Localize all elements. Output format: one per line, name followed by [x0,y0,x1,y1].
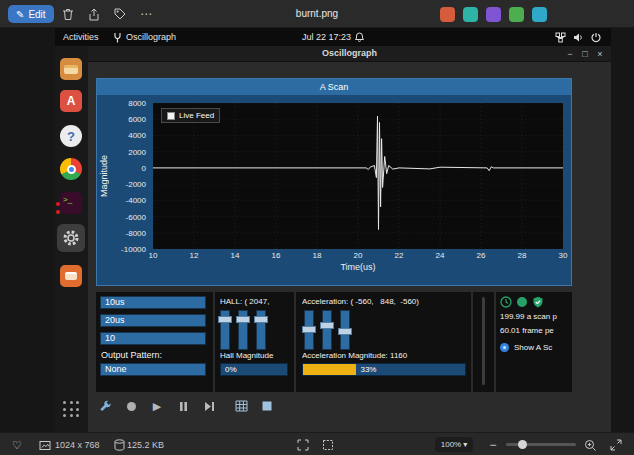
wrench-icon[interactable] [96,397,114,415]
taskbar-app-icon-5[interactable] [532,7,547,22]
taskbar-app-icon-2[interactable] [463,7,478,22]
zoom-original-icon[interactable] [321,438,335,452]
slider-handle[interactable] [320,322,334,329]
hall-values-label: HALL: ( 2047, [220,297,292,306]
dock-item-terminal[interactable]: >_ [60,192,82,214]
dock-item-settings[interactable] [57,224,85,252]
grid-view-icon[interactable] [232,397,250,415]
viewer-statusbar: ♡ 1024 x 768 125.2 KB 100% ▾ − [0,432,634,455]
zoom-fit-best-icon[interactable] [296,438,310,452]
waveform-svg [153,103,563,249]
vertical-slider[interactable] [340,310,350,350]
accel-values-label: Acceleration: ( -560, 848, -560) [302,297,468,306]
play-icon[interactable]: ▶ [148,397,166,415]
y-axis-ticks: 80006000400020000-2000-4000-6000-8000-10… [111,103,149,249]
gnome-top-bar: Activities Oscillograph Jul 22 17:23 [55,28,611,46]
x-tick-label: 22 [395,251,404,260]
stop-icon[interactable] [258,397,276,415]
terminal-prompt-icon: >_ [63,195,72,204]
zoom-out-icon[interactable]: − [486,438,500,452]
live-feed-checkbox[interactable]: Live Feed [161,108,220,123]
zoom-level-select[interactable]: 100% ▾ [435,437,473,452]
gear-icon [62,229,80,247]
hall-progress-label: 0% [225,365,237,374]
slider-handle[interactable] [218,316,232,323]
timebase-10-button[interactable]: 10 [100,332,206,345]
dock-item-help[interactable]: ? [60,125,82,147]
minimize-button[interactable]: − [563,47,577,61]
slider-handle[interactable] [302,326,316,333]
hall-magnitude-progressbar: 0% [220,363,288,376]
slider-handle[interactable] [338,328,352,335]
live-feed-label: Live Feed [179,111,214,120]
y-tick-label: -4000 [126,196,146,205]
filesize-text: 125.2 KB [127,440,164,450]
radio-dot [503,346,506,349]
dock-item-files[interactable] [60,58,82,80]
vertical-slider[interactable] [238,310,248,350]
vertical-slider[interactable] [304,310,314,350]
screenshot-image: Activities Oscillograph Jul 22 17:23 A ? [55,28,611,432]
slider-handle[interactable] [254,316,268,323]
panel-divider [213,292,215,392]
viewer-topbar: ✎ Edit ⋯ burnt.png [0,0,634,28]
maximize-button[interactable]: □ [578,47,592,61]
clock-label: Jul 22 17:23 [302,32,351,42]
zoom-in-icon[interactable] [583,438,597,452]
vertical-slider[interactable] [256,310,266,350]
zoom-slider-handle[interactable] [518,440,527,449]
activities-button[interactable]: Activities [63,28,99,46]
progress-fill [303,364,356,375]
timebase-10us-button[interactable]: 10us [100,296,206,309]
x-tick-label: 26 [477,251,486,260]
power-icon[interactable] [591,28,601,46]
clock-menu[interactable]: Jul 22 17:23 [302,28,364,46]
clock-icon [500,296,512,308]
panel-divider [471,292,473,392]
output-pattern-select[interactable]: None [100,363,206,376]
status-dot-icon [517,297,527,307]
chrome-icon [67,165,76,174]
close-button[interactable]: × [593,47,607,61]
output-pattern-label: Output Pattern: [101,350,162,360]
oscillograph-window: Oscillograph − □ × A Scan Magnitude 8000… [88,46,611,432]
x-tick-label: 20 [354,251,363,260]
dock-item-chrome[interactable] [60,158,82,180]
vertical-slider[interactable] [220,310,230,350]
favorite-heart-icon[interactable]: ♡ [10,438,24,452]
tuning-fork-icon [113,32,122,43]
taskbar-app-icon-4[interactable] [509,7,524,22]
network-icon[interactable] [555,28,566,46]
slider-handle[interactable] [236,316,250,323]
pause-icon[interactable] [174,397,192,415]
vertical-slider[interactable] [322,310,332,350]
running-indicator-dot [56,210,60,214]
frame-rate-text: 60.01 frame pe [500,326,570,335]
volume-icon[interactable] [573,28,584,46]
x-tick-label: 30 [559,251,568,260]
timebase-20us-button[interactable]: 20us [100,314,206,327]
window-titlebar: Oscillograph − □ × [88,46,611,62]
x-tick-label: 10 [149,251,158,260]
focused-app-menu[interactable]: Oscillograph [113,28,176,46]
panel-scrollbar[interactable] [482,297,485,385]
taskbar-app-icon-3[interactable] [486,7,501,22]
window-title: Oscillograph [88,48,611,58]
question-mark-icon: ? [67,129,75,144]
show-a-scan-radio[interactable] [500,343,509,352]
accel-sliders [304,310,350,350]
zoom-slider[interactable] [506,443,576,446]
focused-app-label: Oscillograph [126,32,176,42]
x-axis-label: Time(us) [153,262,563,272]
y-axis-label: Magnitude [98,103,110,249]
y-tick-label: 4000 [128,131,146,140]
skip-next-icon[interactable] [200,397,218,415]
fullscreen-icon[interactable] [609,438,623,452]
record-icon[interactable] [122,397,140,415]
show-applications-button[interactable] [62,400,81,419]
dock-item-software[interactable] [60,265,82,287]
x-axis-ticks: 1012141618202224262830 [153,251,563,261]
dock-item-text-editor[interactable]: A [60,90,82,112]
image-dimensions-text: 1024 x 768 [55,440,100,450]
taskbar-app-icon-1[interactable] [440,7,455,22]
